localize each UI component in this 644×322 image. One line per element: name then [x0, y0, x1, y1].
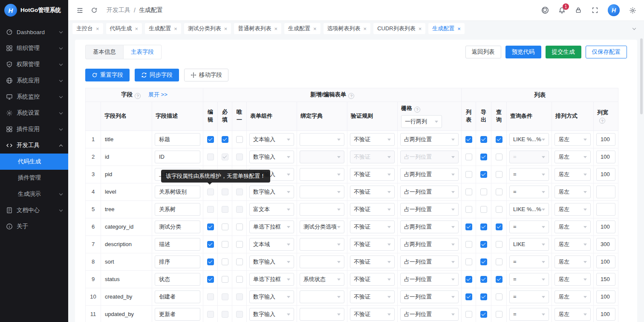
- align-select[interactable]: 居左: [554, 203, 591, 216]
- list-checkbox[interactable]: [465, 276, 472, 283]
- tabs-dropdown-icon[interactable]: [629, 23, 640, 34]
- component-select[interactable]: 数字输入: [249, 290, 294, 303]
- tab-chip[interactable]: CUDR列表列表×: [373, 23, 425, 34]
- rule-select[interactable]: 不验证: [350, 238, 395, 251]
- condition-select[interactable]: =: [509, 220, 549, 233]
- query-checkbox[interactable]: [496, 258, 502, 265]
- tab-chip[interactable]: 主控台×: [72, 23, 103, 34]
- help-icon[interactable]: ?: [599, 118, 605, 124]
- sidebar-item[interactable]: 关于: [0, 218, 68, 235]
- required-checkbox[interactable]: [222, 189, 228, 195]
- required-checkbox[interactable]: [222, 258, 228, 265]
- sidebar-item[interactable]: 权限管理: [0, 56, 68, 73]
- dict-select[interactable]: [300, 151, 344, 163]
- tab-chip[interactable]: 生成配置×: [284, 23, 321, 34]
- condition-select[interactable]: =: [509, 290, 549, 303]
- tab-chip[interactable]: 测试分类列表×: [184, 23, 231, 34]
- width-input[interactable]: 100: [596, 290, 615, 303]
- export-checkbox[interactable]: [480, 171, 487, 178]
- export-checkbox[interactable]: [480, 154, 487, 160]
- list-checkbox[interactable]: [465, 189, 472, 195]
- width-input[interactable]: 150: [596, 273, 615, 286]
- close-icon[interactable]: ×: [364, 26, 367, 32]
- component-select[interactable]: 数字输入: [249, 308, 294, 321]
- required-checkbox[interactable]: [222, 311, 228, 318]
- user-avatar[interactable]: H: [608, 4, 620, 16]
- align-select[interactable]: 居左: [554, 220, 591, 233]
- width-input[interactable]: 100: [596, 308, 615, 321]
- breadcrumb-item[interactable]: 开发工具: [107, 6, 130, 14]
- grid-select[interactable]: 占一列位置: [400, 308, 459, 321]
- component-select[interactable]: 单选下拉框: [249, 273, 294, 286]
- settings-gear-icon[interactable]: [629, 6, 636, 14]
- close-icon[interactable]: ×: [419, 26, 422, 32]
- dict-select[interactable]: [300, 308, 344, 321]
- condition-select[interactable]: =: [509, 186, 549, 198]
- tab-chip[interactable]: 生成配置×: [428, 23, 465, 34]
- dict-select[interactable]: [300, 290, 344, 303]
- edit-checkbox[interactable]: [207, 293, 214, 300]
- list-checkbox[interactable]: [465, 311, 472, 318]
- unique-checkbox[interactable]: [236, 311, 243, 318]
- required-checkbox[interactable]: [222, 223, 228, 230]
- required-checkbox[interactable]: [222, 241, 228, 248]
- export-checkbox[interactable]: [480, 223, 487, 230]
- grid-select[interactable]: 占一列位置: [400, 273, 459, 286]
- field-desc-input[interactable]: 创建者: [155, 290, 200, 303]
- list-checkbox[interactable]: [465, 293, 472, 300]
- sidebar-item[interactable]: 生成演示: [0, 186, 68, 202]
- dict-select[interactable]: 测试分类选项: [300, 220, 344, 233]
- dict-select[interactable]: [300, 186, 344, 198]
- expand-link[interactable]: 展开 >>: [148, 91, 167, 98]
- rule-select[interactable]: 不验证: [350, 186, 395, 198]
- tab-chip[interactable]: 选项树表列表×: [323, 23, 371, 34]
- list-checkbox[interactable]: [465, 223, 472, 230]
- list-checkbox[interactable]: [465, 171, 472, 178]
- query-checkbox[interactable]: [496, 276, 502, 283]
- unique-checkbox[interactable]: [236, 154, 243, 160]
- github-icon[interactable]: [541, 6, 549, 14]
- close-icon[interactable]: ×: [224, 26, 228, 32]
- sidebar-item[interactable]: 代码生成: [0, 154, 68, 170]
- width-input[interactable]: 100: [596, 151, 615, 163]
- required-checkbox[interactable]: [222, 293, 228, 300]
- close-icon[interactable]: ×: [274, 26, 277, 32]
- edit-checkbox[interactable]: [207, 223, 214, 230]
- unique-checkbox[interactable]: [236, 223, 243, 230]
- dict-select[interactable]: [300, 203, 344, 216]
- lock-icon[interactable]: [575, 6, 582, 14]
- export-checkbox[interactable]: [480, 311, 487, 318]
- refresh-icon[interactable]: [90, 6, 98, 14]
- grid-select[interactable]: 占两列位置: [400, 238, 459, 251]
- close-icon[interactable]: ×: [174, 26, 177, 32]
- unique-checkbox[interactable]: [236, 241, 243, 248]
- tab-main-fields[interactable]: 主表字段: [124, 45, 162, 59]
- dict-select[interactable]: [300, 168, 344, 181]
- field-desc-input[interactable]: 描述: [155, 238, 200, 251]
- fullscreen-icon[interactable]: [591, 6, 599, 14]
- edit-checkbox[interactable]: [207, 258, 214, 265]
- grid-layout-select[interactable]: 一行两列: [401, 115, 442, 128]
- align-select[interactable]: 居左: [554, 290, 591, 303]
- width-input[interactable]: [596, 186, 615, 198]
- grid-select[interactable]: 占两列位置: [400, 133, 459, 146]
- export-checkbox[interactable]: [480, 189, 487, 195]
- align-select[interactable]: 居左: [554, 238, 591, 251]
- export-checkbox[interactable]: [480, 241, 487, 248]
- logo-row[interactable]: H HotGo管理系统: [0, 0, 68, 20]
- dict-select[interactable]: [300, 133, 344, 146]
- move-fields-button[interactable]: 移动字段: [184, 69, 228, 81]
- rule-select[interactable]: 不验证: [350, 308, 395, 321]
- list-checkbox[interactable]: [465, 154, 472, 160]
- unique-checkbox[interactable]: [236, 276, 243, 283]
- grid-select[interactable]: 占一列位置: [400, 290, 459, 303]
- unique-checkbox[interactable]: [236, 189, 243, 195]
- query-checkbox[interactable]: [496, 171, 502, 178]
- query-checkbox[interactable]: [496, 189, 502, 195]
- align-select[interactable]: 居左: [554, 255, 591, 268]
- rule-select[interactable]: 不验证: [350, 220, 395, 233]
- query-checkbox[interactable]: [496, 136, 502, 143]
- help-icon[interactable]: ?: [348, 93, 354, 99]
- condition-select[interactable]: =: [509, 308, 549, 321]
- close-icon[interactable]: ×: [457, 26, 461, 32]
